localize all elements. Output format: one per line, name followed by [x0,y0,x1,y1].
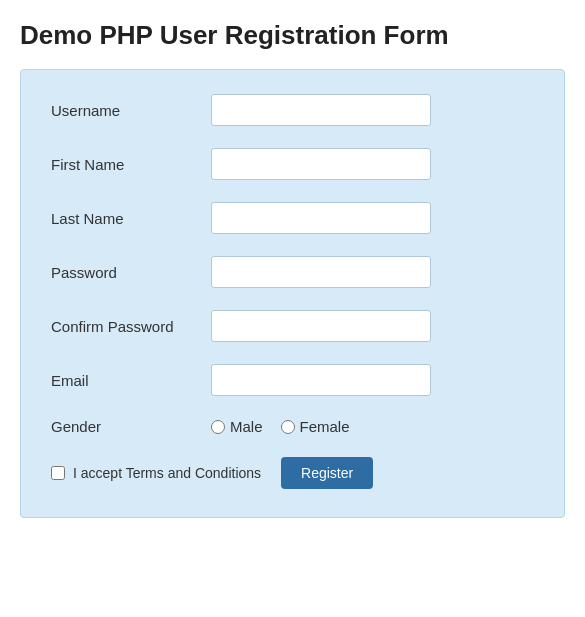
gender-female-option[interactable]: Female [281,418,350,435]
firstname-input[interactable] [211,148,431,180]
gender-label: Gender [51,418,211,435]
bottom-row: I accept Terms and Conditions Register [51,457,534,489]
gender-options: Male Female [211,418,350,435]
firstname-row: First Name [51,148,534,180]
terms-label[interactable]: I accept Terms and Conditions [51,465,261,481]
password-input[interactable] [211,256,431,288]
username-row: Username [51,94,534,126]
email-input[interactable] [211,364,431,396]
username-label: Username [51,102,211,119]
gender-row: Gender Male Female [51,418,534,435]
terms-checkbox[interactable] [51,466,65,480]
registration-form: Username First Name Last Name Password C… [20,69,565,518]
terms-text: I accept Terms and Conditions [73,465,261,481]
email-label: Email [51,372,211,389]
page-title: Demo PHP User Registration Form [20,20,565,51]
password-row: Password [51,256,534,288]
gender-male-radio[interactable] [211,420,225,434]
lastname-row: Last Name [51,202,534,234]
username-input[interactable] [211,94,431,126]
password-label: Password [51,264,211,281]
gender-male-option[interactable]: Male [211,418,263,435]
gender-male-label: Male [230,418,263,435]
register-button[interactable]: Register [281,457,373,489]
confirm-password-input[interactable] [211,310,431,342]
confirm-password-row: Confirm Password [51,310,534,342]
lastname-input[interactable] [211,202,431,234]
email-row: Email [51,364,534,396]
gender-female-label: Female [300,418,350,435]
confirm-password-label: Confirm Password [51,318,211,335]
firstname-label: First Name [51,156,211,173]
gender-female-radio[interactable] [281,420,295,434]
lastname-label: Last Name [51,210,211,227]
